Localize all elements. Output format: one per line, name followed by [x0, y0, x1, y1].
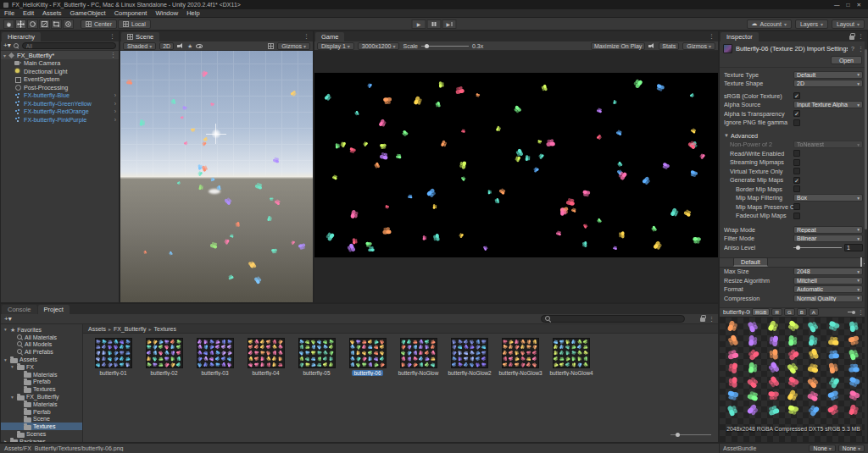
alpha-source-dropdown[interactable]: Input Texture Alpha▾: [793, 101, 863, 108]
account-dropdown[interactable]: ☁Account▾: [747, 19, 792, 29]
tree-item-prefab[interactable]: Prefab: [1, 378, 82, 386]
hand-tool-button[interactable]: [3, 19, 14, 29]
hierarchy-item-fx-butterfly-blue[interactable]: FX-butterfly-Blue›: [1, 91, 119, 100]
prefab-expand-chevron-icon[interactable]: ›: [114, 92, 116, 98]
close-button[interactable]: ✕: [857, 2, 861, 8]
channel-button-g[interactable]: G: [784, 308, 795, 316]
move-tool-button[interactable]: [15, 19, 26, 29]
asset-item-butterfly-noglow2[interactable]: butterfly-NoGlow2: [446, 338, 492, 376]
compression-dropdown[interactable]: Normal Quality▾: [793, 295, 863, 302]
effects-toggle-icon[interactable]: ★: [187, 43, 192, 49]
asset-item-butterfly-01[interactable]: butterfly-01: [90, 338, 136, 376]
scene-menu-icon[interactable]: ⋮: [110, 52, 116, 58]
tree-arrow-icon[interactable]: ▾: [9, 395, 15, 400]
tree-arrow-icon[interactable]: ▾: [3, 327, 8, 332]
tab-scene[interactable]: Scene: [121, 32, 159, 41]
transform-tool-button[interactable]: [63, 19, 74, 29]
aniso-level-slider[interactable]: [793, 243, 842, 251]
max-size-dropdown[interactable]: 2048▾: [793, 268, 863, 275]
maximize-button[interactable]: □: [847, 2, 850, 8]
open-button[interactable]: Open: [831, 56, 862, 64]
hierarchy-item-main-camera[interactable]: Main Camera: [1, 59, 119, 68]
aniso-level-value-field[interactable]: 1: [844, 244, 863, 251]
handle-rotation-button[interactable]: Local: [118, 19, 151, 29]
asset-item-butterfly-05[interactable]: butterfly-05: [293, 338, 340, 376]
platform-monitor-icon[interactable]: [860, 257, 862, 267]
tree-item-fx[interactable]: ▾FX: [1, 363, 82, 371]
breadcrumb-assets[interactable]: Assets: [88, 326, 106, 332]
gizmos-dropdown[interactable]: Gizmos▾: [277, 42, 310, 50]
play-button[interactable]: ▶: [412, 19, 426, 29]
tab-hierarchy[interactable]: Hierarchy: [2, 32, 41, 41]
inspector-scrollbar[interactable]: [865, 41, 867, 442]
panel-menu-icon[interactable]: ⋮: [709, 316, 715, 323]
hierarchy-item-eventsystem[interactable]: EventSystem: [1, 75, 119, 84]
hierarchy-item-fx-butterfly-pinkpurple[interactable]: FX-butterfly-PinkPurple›: [1, 116, 119, 124]
panel-menu-icon[interactable]: ⋮: [709, 33, 715, 40]
virtual-texture-only-checkbox[interactable]: [793, 168, 800, 174]
tree-arrow-icon[interactable]: ▾: [3, 357, 8, 362]
fadeout-mip-maps-checkbox[interactable]: [793, 213, 800, 219]
breadcrumb-textures[interactable]: Textures: [154, 326, 176, 332]
asset-item-butterfly-02[interactable]: butterfly-02: [141, 338, 187, 376]
thumbnail-size-slider[interactable]: [670, 431, 711, 438]
tab-game[interactable]: Game: [315, 32, 344, 41]
tree-item-all-materials[interactable]: All Materials: [1, 334, 82, 341]
asset-item-butterfly-noglow[interactable]: butterfly-NoGlow: [395, 338, 442, 376]
asset-item-butterfly-03[interactable]: butterfly-03: [192, 338, 238, 376]
prefab-expand-chevron-icon[interactable]: ›: [114, 101, 116, 107]
stats-button[interactable]: Stats: [659, 42, 679, 50]
preview-menu-icon[interactable]: ⋮: [858, 309, 864, 316]
lock-icon[interactable]: [849, 36, 854, 40]
mip-map-filtering-dropdown[interactable]: Box▾: [793, 194, 863, 202]
filter-mode-dropdown[interactable]: Bilinear▾: [793, 235, 863, 242]
tree-item-assets[interactable]: ▾Assets: [1, 356, 82, 363]
texture-shape-dropdown[interactable]: 2D▾: [793, 80, 863, 87]
menu-item-help[interactable]: Help: [182, 9, 203, 17]
project-search-input[interactable]: [554, 316, 681, 322]
tab-project[interactable]: Project: [38, 305, 70, 314]
2d-toggle-button[interactable]: 2D: [159, 42, 174, 50]
asset-item-butterfly-04[interactable]: butterfly-04: [242, 338, 289, 376]
display-dropdown[interactable]: Display 1▾: [317, 42, 354, 50]
channel-button-b[interactable]: B: [797, 308, 807, 316]
format-dropdown[interactable]: Automatic▾: [793, 285, 863, 293]
tree-item-perfab[interactable]: Perfab: [1, 408, 82, 416]
tree-item-materials[interactable]: Materials: [1, 371, 82, 378]
tree-arrow-icon[interactable]: ▸: [3, 439, 8, 442]
menu-item-assets[interactable]: Assets: [38, 9, 66, 17]
panel-menu-icon[interactable]: ⋮: [109, 33, 115, 40]
audio-toggle-icon[interactable]: [177, 42, 184, 49]
hierarchy-item-fx-butterfly-greenyellow[interactable]: FX-butterfly-GreenYellow›: [1, 100, 119, 108]
tree-item-scenes[interactable]: Scenes: [1, 430, 82, 438]
menu-item-window[interactable]: Window: [151, 9, 182, 17]
shading-mode-dropdown[interactable]: Shaded▾: [123, 42, 156, 50]
layers-dropdown[interactable]: Layers▾: [795, 19, 828, 29]
prefab-expand-chevron-icon[interactable]: ›: [114, 108, 116, 114]
streaming-mipmaps-checkbox[interactable]: [793, 159, 800, 166]
channel-button-rgb[interactable]: RGB: [752, 308, 770, 316]
maximize-on-play-button[interactable]: Maximize On Play: [591, 42, 645, 50]
hierarchy-item-fx-butterfly-redorange[interactable]: FX-butterfly-RedOrange›: [1, 108, 119, 116]
assetbundle-variant-dropdown[interactable]: None▾: [838, 445, 865, 452]
pause-button[interactable]: [427, 19, 442, 29]
foldout-arrow-icon[interactable]: ▼: [724, 133, 731, 138]
step-button[interactable]: ▶: [442, 19, 457, 29]
border-mip-maps-checkbox[interactable]: [793, 185, 800, 192]
tree-item-all-prefabs[interactable]: All Prefabs: [1, 348, 82, 356]
menu-item-gameobject[interactable]: GameObject: [66, 9, 110, 17]
tree-item-all-models[interactable]: All Models: [1, 341, 82, 349]
scene-visibility-icon[interactable]: [196, 44, 203, 48]
breadcrumb-fx-butterfly[interactable]: FX_Butterfly: [114, 326, 147, 332]
texture-type-dropdown[interactable]: Default▾: [793, 71, 863, 79]
layout-dropdown[interactable]: Layout▾: [832, 19, 865, 29]
foldout-arrow-icon[interactable]: ▾: [3, 52, 6, 58]
prefab-expand-chevron-icon[interactable]: ›: [114, 117, 116, 123]
tree-item-scene[interactable]: Scene: [1, 416, 82, 423]
platform-tab-default[interactable]: Default: [733, 257, 768, 267]
tree-item-materials[interactable]: Materials: [1, 401, 82, 408]
pivot-mode-button[interactable]: Center: [81, 19, 117, 29]
panel-menu-icon[interactable]: ⋮: [858, 33, 864, 40]
read-write-enabled-checkbox[interactable]: [793, 150, 800, 157]
tree-item-textures[interactable]: Textures: [1, 385, 82, 393]
